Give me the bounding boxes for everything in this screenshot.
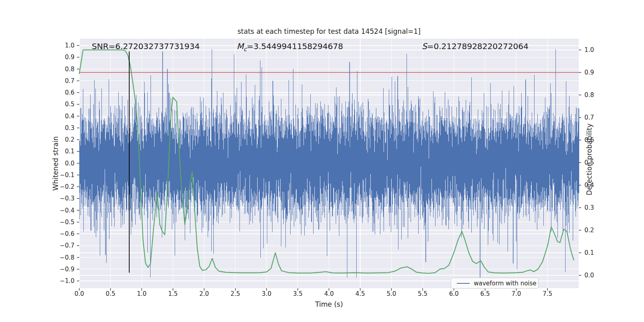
y-tick-label-left: −0.6: [54, 230, 74, 237]
x-axis-label: Time (s): [0, 300, 644, 308]
legend: waveform with noise: [451, 278, 539, 289]
y-tick-label-right: 0.5: [584, 159, 605, 166]
annotation-chirp-mass: Mc=3.5449941158294678: [237, 41, 343, 52]
y-tick-label-right: 0.9: [584, 69, 605, 76]
y-tick-label-left: 0.7: [54, 77, 74, 85]
chirp-mass-subscript: c: [244, 46, 247, 52]
x-tick-label: 0.5: [103, 290, 119, 297]
x-tick-label: 6.0: [446, 290, 462, 297]
x-tick-label: 1.5: [165, 290, 181, 297]
x-tick-label: 3.0: [258, 290, 275, 297]
y-tick-label-right: 0.6: [584, 136, 605, 144]
y-tick-label-left: 0.4: [54, 113, 74, 120]
y-tick-label-left: −0.1: [54, 171, 74, 179]
y-tick-label-left: −1.0: [54, 277, 74, 285]
y-tick-label-right: 0.7: [584, 114, 605, 121]
y-tick-label-right: 1.0: [584, 46, 605, 54]
y-tick-label-left: −0.4: [54, 207, 74, 214]
snr-value: SNR=6.272032737731934: [92, 41, 200, 51]
y-tick-label-left: 0.2: [54, 136, 74, 143]
y-tick-label-left: 0.9: [54, 54, 74, 61]
x-tick-label: 7.0: [508, 290, 524, 297]
y-tick-label-right: 0.1: [584, 249, 605, 256]
y-tick-label-left: −0.8: [54, 254, 74, 261]
x-tick-label: 5.0: [384, 290, 400, 297]
x-tick-label: 2.0: [196, 290, 212, 297]
y-tick-label-left: 0.8: [54, 66, 74, 73]
y-tick-label-right: 0.0: [584, 272, 605, 279]
y-tick-label-left: −0.7: [54, 242, 74, 249]
x-tick-label: 2.5: [227, 290, 244, 297]
x-tick-label: 5.5: [415, 290, 431, 297]
y-tick-label-right: 0.3: [584, 204, 605, 211]
x-tick-label: 7.5: [539, 290, 555, 297]
x-tick-label: 4.0: [321, 290, 337, 297]
x-tick-label: 1.0: [134, 290, 150, 297]
legend-label: waveform with noise: [474, 280, 537, 287]
x-tick-label: 6.5: [477, 290, 493, 297]
y-tick-label-left: −0.9: [54, 266, 74, 273]
y-tick-label-left: 0.1: [54, 148, 74, 155]
y-tick-label-right: 0.8: [584, 91, 605, 99]
s-stat-value: =0.21278928220272064: [427, 41, 528, 51]
chirp-mass-value: =3.5449941158294678: [247, 41, 343, 51]
y-tick-label-left: −0.3: [54, 195, 74, 202]
x-tick-label: 3.5: [290, 290, 306, 297]
figure: stats at each timestep for test data 145…: [0, 0, 644, 322]
y-tick-label-right: 0.2: [584, 227, 605, 234]
x-tick-label: 4.5: [352, 290, 368, 297]
s-stat-symbol: S: [422, 41, 427, 51]
y-tick-label-left: 0.5: [54, 101, 74, 108]
y-tick-label-left: 1.0: [54, 42, 74, 49]
y-tick-label-left: −0.2: [54, 183, 74, 190]
y-tick-label-left: −0.5: [54, 219, 74, 226]
y-tick-label-left: 0.3: [54, 124, 74, 132]
chirp-mass-symbol: M: [237, 41, 244, 51]
annotation-s-stat: S=0.21278928220272064: [422, 41, 528, 51]
annotation-snr: SNR=6.272032737731934: [92, 41, 200, 51]
x-tick-label: 0.0: [71, 290, 87, 297]
legend-line-sample: [457, 283, 470, 284]
chart-title: stats at each timestep for test data 145…: [0, 27, 644, 35]
y-tick-label-left: 0.0: [54, 160, 74, 167]
y-tick-label-left: 0.6: [54, 89, 74, 96]
y-tick-label-right: 0.4: [584, 182, 605, 189]
